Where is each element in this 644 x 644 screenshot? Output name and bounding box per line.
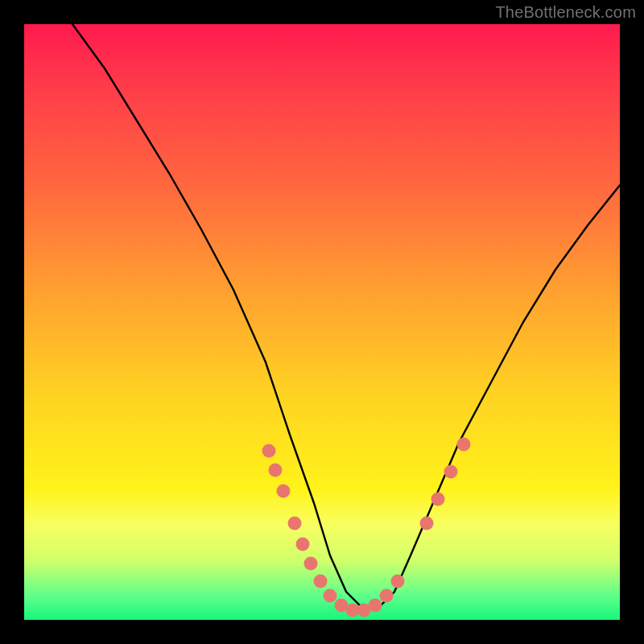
highlight-dot <box>269 464 283 477</box>
curve-layer <box>24 24 620 620</box>
highlight-dot <box>262 444 276 458</box>
highlight-dot <box>296 538 310 551</box>
highlight-dot <box>431 493 445 506</box>
outer-frame: TheBottleneck.com <box>0 0 644 644</box>
attribution-text: TheBottleneck.com <box>495 3 636 22</box>
highlight-dot <box>420 517 434 530</box>
highlight-dot <box>288 517 302 530</box>
highlight-dot <box>314 575 328 588</box>
highlight-dot <box>380 589 394 603</box>
highlight-dot <box>277 485 291 498</box>
highlight-dots <box>262 438 471 617</box>
gradient-plot-area <box>24 24 620 620</box>
highlight-dot <box>324 589 337 603</box>
highlight-dot <box>457 438 471 452</box>
highlight-dot <box>444 465 458 479</box>
highlight-dot <box>391 575 405 588</box>
highlight-dot <box>369 599 382 613</box>
bottleneck-curve <box>72 24 620 608</box>
highlight-dot <box>304 557 318 571</box>
